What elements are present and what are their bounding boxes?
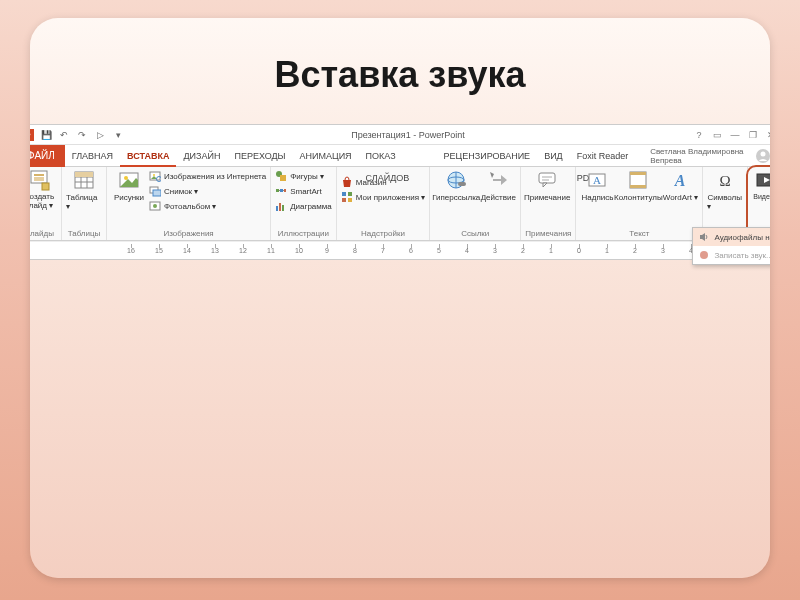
svg-text:A: A — [674, 172, 686, 189]
tab-transitions[interactable]: ПЕРЕХОДЫ — [227, 145, 292, 167]
svg-rect-13 — [75, 172, 93, 177]
screenshot-icon — [149, 185, 161, 197]
qat-start-icon[interactable]: ▷ — [93, 128, 107, 142]
ruler-tick: 7 — [369, 247, 397, 254]
svg-rect-50 — [630, 185, 646, 188]
table-label: Таблица ▾ — [66, 193, 102, 211]
ruler-tick: 0 — [565, 247, 593, 254]
ruler-tick: 3 — [649, 247, 677, 254]
new-slide-button[interactable]: Создать слайд ▾ — [30, 169, 57, 211]
photo-album-label: Фотоальбом ▾ — [164, 202, 216, 211]
textbox-button[interactable]: A Надпись — [580, 169, 614, 202]
help-icon[interactable]: ? — [691, 130, 707, 140]
ruler-tick: 2 — [621, 247, 649, 254]
action-icon — [487, 169, 509, 191]
tab-foxit[interactable]: Foxit Reader PDF — [570, 145, 644, 167]
video-icon — [755, 169, 770, 191]
online-pictures-button[interactable]: Изображения из Интернета — [149, 169, 266, 183]
group-comments-label: Примечания — [525, 228, 571, 240]
group-illustrations-label: Иллюстрации — [275, 228, 332, 240]
horizontal-ruler: 16 15 14 13 12 11 10 9 8 7 6 5 4 3 2 1 0… — [30, 241, 770, 259]
smartart-button[interactable]: SmartArt — [275, 184, 332, 198]
tab-file[interactable]: ФАЙЛ — [30, 145, 65, 167]
svg-marker-43 — [543, 183, 547, 187]
hyperlink-icon — [445, 169, 467, 191]
user-label: Светлана Владимировна Вепрева — [650, 147, 753, 165]
symbols-button[interactable]: Ω Символы ▾ — [707, 169, 743, 211]
pictures-icon — [118, 169, 140, 191]
svg-point-17 — [153, 174, 155, 176]
powerpoint-ribbon-screenshot: P 💾 ↶ ↷ ▷ ▾ Презентация1 - PowerPoint ? … — [30, 124, 770, 260]
wordart-icon: A — [669, 169, 691, 191]
restore-icon[interactable]: ❐ — [745, 130, 761, 140]
pictures-label: Рисунки — [114, 193, 144, 202]
photo-album-button[interactable]: Фотоальбом ▾ — [149, 199, 266, 213]
document-title: Презентация1 - PowerPoint — [125, 130, 691, 140]
group-media: Видео ▾ Звук ▾ Запись экрана . — [748, 167, 770, 240]
ruler-tick: 1 — [593, 247, 621, 254]
svg-rect-39 — [458, 182, 466, 186]
qat-undo-icon[interactable]: ↶ — [57, 128, 71, 142]
hyperlink-button[interactable]: Гиперссылка — [434, 169, 478, 202]
tab-view[interactable]: ВИД — [537, 145, 570, 167]
svg-rect-49 — [630, 172, 646, 175]
chart-icon — [275, 200, 287, 212]
store-button[interactable]: Магазин — [341, 175, 426, 189]
tab-insert[interactable]: ВСТАВКА — [120, 145, 176, 167]
ruler-tick: 13 — [201, 247, 229, 254]
wordart-button[interactable]: A WordArt ▾ — [662, 169, 698, 202]
svg-rect-7 — [42, 183, 49, 190]
qat-redo-icon[interactable]: ↷ — [75, 128, 89, 142]
qat-save-icon[interactable]: 💾 — [39, 128, 53, 142]
audio-from-file-item[interactable]: Аудиофайлы на компьютере... — [693, 228, 770, 246]
tab-review[interactable]: РЕЦЕНЗИРОВАНИЕ — [437, 145, 538, 167]
smartart-icon — [275, 185, 287, 197]
group-images-label: Изображения — [111, 228, 266, 240]
tab-slideshow[interactable]: ПОКАЗ СЛАЙДОВ — [359, 145, 437, 167]
account-name[interactable]: Светлана Владимировна Вепрева ▾ — [644, 147, 770, 165]
tab-home[interactable]: ГЛАВНАЯ — [65, 145, 120, 167]
ruler-tick: 4 — [453, 247, 481, 254]
ruler-tick: 3 — [481, 247, 509, 254]
shapes-button[interactable]: Фигуры ▾ — [275, 169, 332, 183]
group-links-label: Ссылки — [434, 228, 516, 240]
shapes-icon — [275, 170, 287, 182]
textbox-label: Надпись — [582, 193, 614, 202]
svg-point-23 — [153, 204, 157, 208]
svg-marker-59 — [700, 233, 705, 241]
video-button[interactable]: Видео ▾ — [752, 169, 770, 201]
ruler-tick: 6 — [397, 247, 425, 254]
screenshot-button[interactable]: Снимок ▾ — [149, 184, 266, 198]
table-button[interactable]: Таблица ▾ — [66, 169, 102, 211]
qat-customize-icon[interactable]: ▾ — [111, 128, 125, 142]
action-button[interactable]: Действие — [480, 169, 516, 202]
comment-label: Примечание — [524, 193, 570, 202]
my-apps-button[interactable]: Мои приложения ▾ — [341, 190, 426, 204]
symbols-icon: Ω — [714, 169, 736, 191]
record-small-icon — [698, 249, 710, 261]
pictures-button[interactable]: Рисунки — [111, 169, 147, 202]
comment-button[interactable]: Примечание — [525, 169, 569, 202]
group-slides-label: Слайды — [30, 228, 57, 240]
new-slide-icon — [30, 169, 50, 191]
ribbon-toolbar: Создать слайд ▾ Слайды Таблица ▾ Таблицы — [30, 167, 770, 241]
header-footer-button[interactable]: Колонтитулы — [616, 169, 660, 202]
audio-record-item[interactable]: Записать звук... — [693, 246, 770, 264]
svg-rect-32 — [342, 192, 346, 196]
close-icon[interactable]: ✕ — [763, 130, 770, 140]
tab-animation[interactable]: АНИМАЦИЯ — [293, 145, 359, 167]
chart-button[interactable]: Диаграмма — [275, 199, 332, 213]
ribbon-options-icon[interactable]: ▭ — [709, 130, 725, 140]
avatar-icon — [756, 149, 770, 163]
comment-icon — [536, 169, 558, 191]
audio-record-label: Записать звук... — [714, 251, 770, 260]
svg-rect-34 — [342, 198, 346, 202]
group-tables: Таблица ▾ Таблицы — [62, 167, 107, 240]
store-label: Магазин — [356, 178, 387, 187]
svg-rect-29 — [276, 206, 278, 211]
smartart-label: SmartArt — [290, 187, 322, 196]
tab-design[interactable]: ДИЗАЙН — [176, 145, 227, 167]
minimize-icon[interactable]: — — [727, 130, 743, 140]
wordart-label: WordArt ▾ — [663, 193, 698, 202]
group-slides: Создать слайд ▾ Слайды — [30, 167, 62, 240]
